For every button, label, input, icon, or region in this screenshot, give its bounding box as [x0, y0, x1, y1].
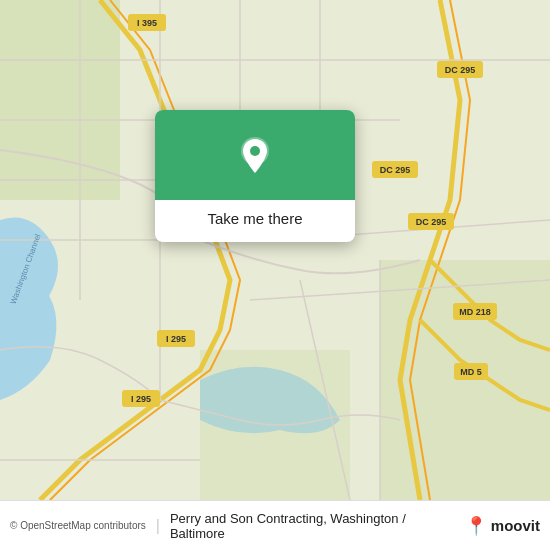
svg-text:DC 295: DC 295 [380, 165, 411, 175]
take-me-there-button[interactable]: Take me there [207, 210, 302, 227]
bottom-bar: © OpenStreetMap contributors | Perry and… [0, 500, 550, 550]
popup-button-area: Take me there [155, 200, 355, 242]
svg-text:I 295: I 295 [131, 394, 151, 404]
location-pin-icon [233, 133, 277, 177]
map-background: I 395 DC 295 DC 295 DC 295 I 295 I 295 M… [0, 0, 550, 500]
location-title: Perry and Son Contracting, Washington / … [170, 511, 461, 541]
svg-text:I 295: I 295 [166, 334, 186, 344]
copyright-text: © OpenStreetMap contributors [10, 520, 146, 531]
svg-text:DC 295: DC 295 [416, 217, 447, 227]
svg-text:DC 295: DC 295 [445, 65, 476, 75]
svg-text:MD 5: MD 5 [460, 367, 482, 377]
location-popup: Take me there [155, 110, 355, 242]
map-container: I 395 DC 295 DC 295 DC 295 I 295 I 295 M… [0, 0, 550, 500]
moovit-label: moovit [491, 517, 540, 534]
popup-header [155, 110, 355, 200]
svg-text:I 395: I 395 [137, 18, 157, 28]
svg-text:MD 218: MD 218 [459, 307, 491, 317]
moovit-logo: 📍 moovit [465, 515, 540, 537]
moovit-pin-icon: 📍 [465, 515, 487, 537]
svg-point-35 [250, 146, 260, 156]
